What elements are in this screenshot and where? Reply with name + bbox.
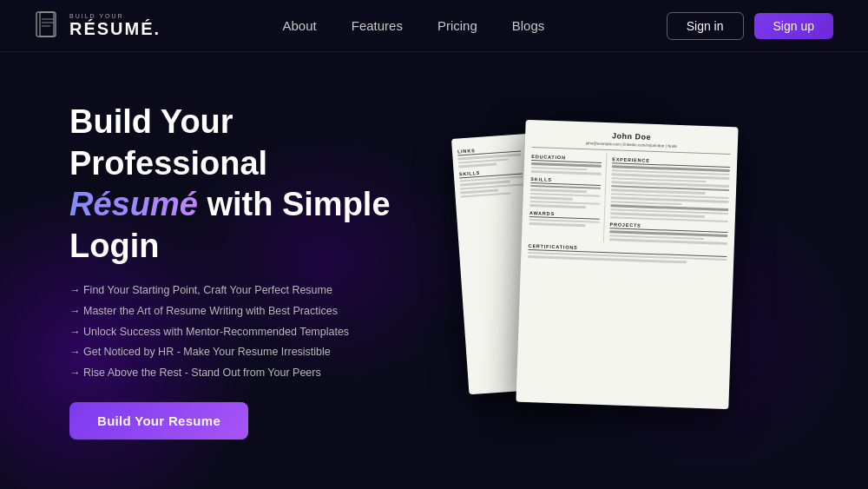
nav-blogs[interactable]: Blogs <box>512 18 545 33</box>
svg-rect-0 <box>36 12 56 36</box>
resume-preview-front: John Doe john@example.com | linkedin.com… <box>516 119 738 408</box>
nav-links: About Features Pricing Blogs <box>283 18 545 34</box>
hero-title-highlight: Résumé <box>69 186 198 222</box>
cta-button[interactable]: Build Your Resume <box>69 402 248 439</box>
logo-icon <box>35 10 62 42</box>
logo-resume-text: RÉSUMÉ. <box>69 19 161 38</box>
bullet-2: → Master the Art of Resume Writing with … <box>69 303 425 320</box>
nav-about[interactable]: About <box>283 18 317 33</box>
hero-left: Build Your Professional Résumé with Simp… <box>69 102 443 439</box>
bullet-1: → Find Your Starting Point, Craft Your P… <box>69 282 425 299</box>
nav-pricing[interactable]: Pricing <box>437 18 477 33</box>
logo-build-text: BUILD YOUR <box>69 13 161 19</box>
bullet-5: → Rise Above the Rest - Stand Out from Y… <box>69 365 425 381</box>
logo-text: BUILD YOUR RÉSUMÉ. <box>69 13 161 38</box>
hero-right: LINKS SKILLS WORK John Doe <box>443 97 799 445</box>
main-content: Build Your Professional Résumé with Simp… <box>0 52 868 489</box>
navbar: BUILD YOUR RÉSUMÉ. About Features Pricin… <box>0 0 868 52</box>
hero-title: Build Your Professional Résumé with Simp… <box>69 102 425 267</box>
hero-title-part1: Build Your Professional <box>69 103 267 182</box>
bullet-3: → Unlock Success with Mentor-Recommended… <box>69 324 425 340</box>
signup-button[interactable]: Sign up <box>754 13 833 39</box>
bullet-4: → Get Noticed by HR - Make Your Resume I… <box>69 344 425 360</box>
nav-features[interactable]: Features <box>352 18 403 33</box>
hero-bullets: → Find Your Starting Point, Craft Your P… <box>69 282 425 381</box>
signin-button[interactable]: Sign in <box>667 12 744 40</box>
nav-actions: Sign in Sign up <box>667 12 833 40</box>
logo[interactable]: BUILD YOUR RÉSUMÉ. <box>35 10 161 42</box>
svg-rect-1 <box>40 12 54 36</box>
